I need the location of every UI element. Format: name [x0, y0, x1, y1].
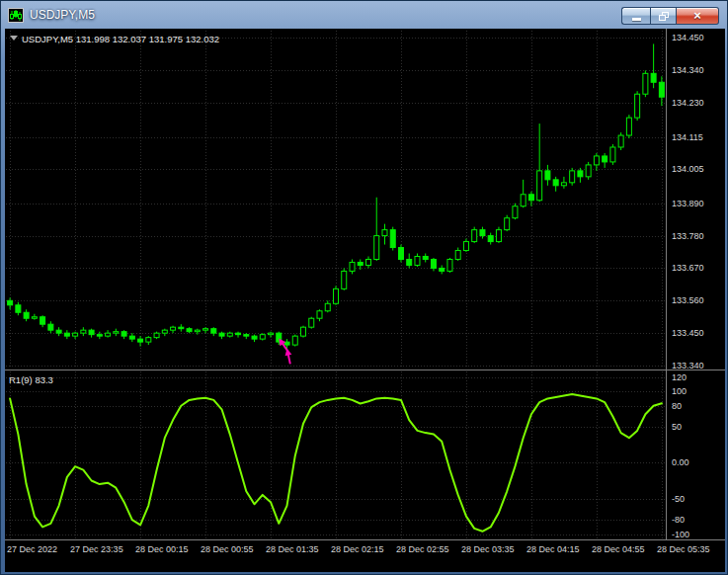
- indicator-tick-label: 0.00: [672, 457, 689, 467]
- grid: [6, 31, 666, 538]
- candle-body: [513, 206, 518, 218]
- candle-body: [203, 329, 208, 330]
- candle-body: [146, 338, 151, 342]
- candle-body: [463, 242, 468, 251]
- candle-body: [545, 171, 550, 180]
- candle-body: [244, 335, 249, 336]
- indicator-tick-label: 100: [672, 386, 687, 396]
- candle-body: [32, 317, 37, 318]
- titlebar[interactable]: USDJPY,M5 ×: [1, 1, 727, 29]
- candle-body: [659, 82, 664, 97]
- candle-body: [260, 335, 265, 339]
- candle-body: [447, 259, 452, 271]
- price-tick-label: 134.005: [672, 164, 704, 174]
- time-tick-label: 27 Dec 2022: [7, 544, 57, 554]
- time-tick-label: 28 Dec 03:35: [461, 544, 515, 554]
- candle-body: [309, 318, 314, 327]
- price-tick-label: 134.230: [672, 98, 704, 108]
- candle-body: [578, 171, 583, 177]
- chart-client-area[interactable]: 134.450134.340134.230134.115134.005133.8…: [5, 29, 725, 572]
- price-tick-label: 134.340: [672, 65, 704, 75]
- candle-body: [455, 251, 460, 260]
- candle-body: [284, 342, 289, 345]
- minimize-button[interactable]: [621, 7, 650, 25]
- time-tick-label: 28 Dec 05:35: [657, 544, 710, 554]
- candle-body: [651, 73, 656, 82]
- indicator-tick-label: -100: [672, 530, 689, 539]
- indicator-tick-label: 120: [672, 372, 687, 382]
- window-controls: ×: [621, 7, 719, 25]
- candle-body: [121, 332, 126, 336]
- candle-body: [374, 236, 379, 260]
- minimize-icon: [632, 18, 641, 21]
- time-tick-label: 28 Dec 02:55: [396, 544, 449, 554]
- indicator-tick-label: 50: [672, 422, 682, 432]
- candle-body: [171, 327, 176, 330]
- indicator-axis[interactable]: 12010080500.00-50-80-100: [672, 372, 689, 539]
- up-arrow-annotation[interactable]: [283, 348, 293, 365]
- candle-body: [472, 230, 477, 242]
- time-axis[interactable]: 27 Dec 202227 Dec 23:3528 Dec 00:1528 De…: [7, 544, 709, 554]
- candle-body: [114, 332, 119, 333]
- candle-body: [431, 259, 436, 268]
- time-tick-label: 28 Dec 01:35: [266, 544, 319, 554]
- candle-body: [73, 333, 78, 336]
- candle-body: [561, 183, 566, 186]
- candle-body: [643, 73, 648, 94]
- candle-body: [292, 336, 297, 345]
- time-tick-label: 28 Dec 00:15: [135, 544, 189, 554]
- indicator-label: R1(9) 83.3: [9, 374, 53, 385]
- candle-body: [594, 156, 599, 165]
- candle-body: [480, 230, 485, 236]
- restore-icon: [659, 12, 669, 21]
- price-tick-label: 133.780: [672, 231, 704, 241]
- indicator-tick-label: 80: [672, 401, 682, 411]
- candle-body: [635, 94, 640, 118]
- candle-body: [64, 333, 69, 336]
- candle-body: [586, 165, 591, 177]
- candle-body: [358, 262, 363, 265]
- candle-body: [553, 180, 558, 186]
- time-tick-label: 27 Dec 23:35: [70, 544, 123, 554]
- candle-body: [301, 327, 306, 336]
- price-tick-label: 133.340: [672, 361, 704, 370]
- candle-body: [317, 311, 322, 318]
- price-tick-label: 133.890: [672, 199, 704, 208]
- candle-body: [195, 330, 200, 331]
- candle-body: [97, 335, 102, 336]
- price-tick-label: 133.560: [672, 295, 704, 305]
- close-button[interactable]: ×: [677, 7, 719, 25]
- candle-body: [390, 230, 395, 248]
- candle-body: [398, 248, 403, 260]
- quote-text: USDJPY,M5 131.998 132.037 131.975 132.03…: [22, 34, 219, 44]
- candle-body: [537, 171, 542, 201]
- price-tick-label: 134.115: [672, 132, 703, 142]
- candle-body: [162, 330, 167, 333]
- candle-body: [187, 329, 192, 332]
- candle-body: [618, 135, 623, 147]
- candle-body: [626, 118, 631, 135]
- candle-body: [350, 262, 355, 271]
- price-axis[interactable]: 134.450134.340134.230134.115134.005133.8…: [672, 33, 704, 370]
- candle-body: [423, 256, 428, 259]
- candles: [8, 43, 665, 349]
- candle-body: [106, 333, 111, 336]
- time-tick-label: 28 Dec 00:55: [201, 544, 254, 554]
- candle-body: [521, 195, 526, 206]
- candle-body: [89, 330, 94, 334]
- chart-window-icon[interactable]: [8, 8, 24, 23]
- price-tick-label: 133.450: [672, 328, 704, 338]
- restore-button[interactable]: [650, 7, 677, 25]
- candle-body: [252, 336, 257, 339]
- indicator-tick-label: -80: [672, 515, 685, 525]
- candle-body: [56, 330, 61, 333]
- candle-body: [219, 333, 224, 336]
- symbol-dropdown-icon[interactable]: [10, 36, 18, 41]
- candle-body: [269, 333, 274, 334]
- chart-svg[interactable]: 134.450134.340134.230134.115134.005133.8…: [5, 29, 725, 572]
- candle-body: [179, 327, 184, 328]
- candle-body: [415, 256, 420, 265]
- price-tick-label: 133.670: [672, 263, 704, 273]
- candle-body: [325, 303, 330, 310]
- candle-body: [407, 259, 412, 265]
